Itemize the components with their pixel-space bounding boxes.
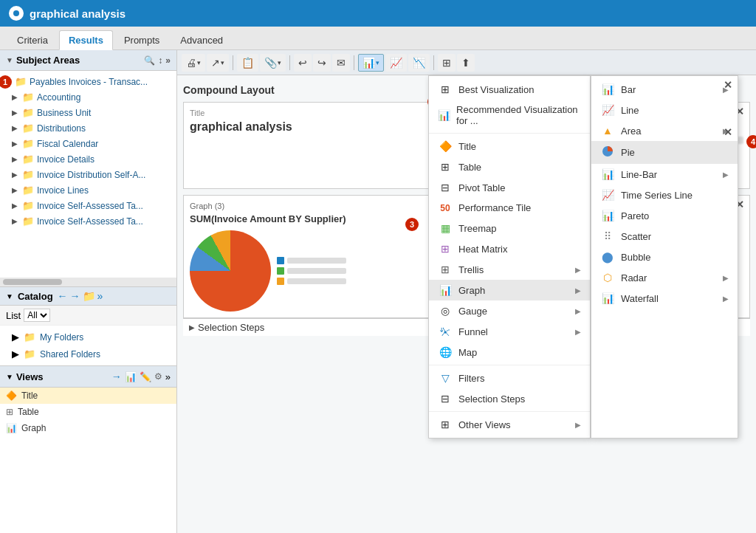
views-item-title[interactable]: 🔶 Title [0, 388, 176, 404]
submenu-scatter[interactable]: ⠿ Scatter [591, 226, 738, 247]
catalog-item-myfolders[interactable]: ▶ 📁 My Folders [0, 329, 176, 345]
tab-results[interactable]: Results [59, 30, 113, 50]
tab-advanced[interactable]: Advanced [171, 30, 233, 49]
submenu-area[interactable]: ▲ Area ▶ [591, 120, 738, 141]
views-edit-icon[interactable]: ✏️ [140, 371, 151, 382]
dropdown-item-trellis[interactable]: ⊞ Trellis ▶ [429, 259, 590, 280]
submenu-radar[interactable]: ⬡ Radar ▶ [591, 267, 738, 288]
dropdown-item-treemap[interactable]: ▦ Treemap [429, 218, 590, 238]
dropdown-item-table[interactable]: ⊞ Table [429, 157, 590, 177]
catalog-back-icon[interactable]: ← [58, 290, 68, 302]
dropdown-item-title[interactable]: 🔶 Title [429, 136, 590, 157]
tree-item-inv-self2[interactable]: ▶ 📁 Invoice Self-Assessed Ta... [0, 213, 176, 229]
catalog-folder-icon[interactable]: 📁 [83, 290, 95, 302]
submenu-close-1[interactable]: ✕ [721, 79, 735, 91]
tree-item-distributions[interactable]: ▶ 📁 Distributions [0, 120, 176, 136]
tree-item-fiscal[interactable]: ▶ 📁 Fiscal Calendar [0, 136, 176, 151]
tree-item-accounting[interactable]: ▶ 📁 Accounting [0, 89, 176, 105]
email-button[interactable]: ✉ [332, 54, 350, 72]
views-item-table[interactable]: ⊞ Table [0, 404, 176, 420]
views-chart-icon[interactable]: 📊 [125, 371, 137, 382]
dropdown-item-funnel[interactable]: ⏧ Funnel ▶ [429, 321, 590, 342]
list-filter-label: List [6, 310, 21, 321]
scroll-thumb [3, 279, 62, 285]
undo-button[interactable]: ↩ [294, 54, 312, 72]
refresh-button[interactable]: 📋 [237, 54, 258, 72]
graph-view-icon: 📊 [6, 423, 17, 433]
subject-areas-label: Subject Areas [16, 55, 80, 66]
submenu-line[interactable]: 📈 Line [591, 100, 738, 120]
graph-submenu: ✕ 📊 Bar ▶ 📈 Line ▲ Area ▶ [591, 75, 738, 439]
submenu-bubble[interactable]: ⬤ Bubble [591, 247, 738, 267]
legend-dot-3 [277, 278, 284, 285]
dropdown-pivot-label: Pivot Table [458, 182, 505, 193]
subject-scrollbar[interactable] [0, 278, 176, 286]
dropdown-item-gauge[interactable]: ◎ Gauge ▶ [429, 300, 590, 321]
dropdown-item-map[interactable]: 🌐 Map [429, 342, 590, 362]
submenu-timeseries[interactable]: 📈 Time Series Line [591, 185, 738, 205]
tree-item-inv-lines[interactable]: ▶ 📁 Invoice Lines [0, 182, 176, 198]
subject-areas-tree: ▶ 📁 Payables Invoices - Transac... 1 ▶ 📁… [0, 71, 176, 278]
timeseries-label: Time Series Line [621, 190, 693, 201]
radar-arrow: ▶ [723, 274, 729, 282]
dropdown-table-label: Table [458, 162, 481, 173]
tab-prompts[interactable]: Prompts [114, 30, 169, 49]
dropdown-item-filters[interactable]: ▽ Filters [429, 368, 590, 388]
myfolders-label: My Folders [40, 332, 83, 343]
collapse-views-icon[interactable]: ▼ [6, 373, 13, 381]
search-subject-icon[interactable]: 🔍 [144, 55, 155, 66]
dropdown-item-perf-tile[interactable]: 50 Performance Tile [429, 198, 590, 218]
dropdown-graph-icon: 📊 [438, 284, 453, 296]
catalog-filter-select[interactable]: All [24, 309, 50, 322]
views-add-icon[interactable]: → [111, 371, 122, 382]
submenu-linebar[interactable]: 📊 Line-Bar ▶ [591, 164, 738, 185]
submenu-close-2[interactable]: ✕ [721, 126, 735, 138]
tab-criteria[interactable]: Criteria [7, 30, 58, 49]
dropdown-item-sel-steps[interactable]: ⊟ Selection Steps [429, 388, 590, 409]
chart-btn2[interactable]: 📈 [385, 54, 407, 72]
dropdown-other-label: Other Views [458, 419, 511, 430]
add-view-dropdown[interactable]: 📎▾ [260, 54, 286, 72]
expand-subject-icon[interactable]: » [165, 55, 171, 66]
dropdown-item-best-vis[interactable]: ⊞ Best Visualization [429, 79, 590, 100]
catalog-item-shared[interactable]: ▶ 📁 Shared Folders [0, 345, 176, 362]
content-area: 🖨▾ ↗▾ 📋 📎▾ ↩ ↪ ✉ 📊▾ 📈 📉 ⊞ ⬆ Compound Lay… [177, 50, 756, 533]
dropdown-item-graph[interactable]: 📊 Graph ▶ [429, 280, 590, 300]
chart-btn3[interactable]: 📉 [408, 54, 430, 72]
views-expand-icon[interactable]: » [165, 371, 171, 382]
expand-sel-steps[interactable]: ▶ [189, 323, 195, 331]
dropdown-item-heat[interactable]: ⊞ Heat Matrix [429, 238, 590, 259]
title-cell-label: title [190, 109, 457, 117]
pie-chart [190, 230, 271, 312]
sort-subject-icon[interactable]: ↕ [158, 55, 162, 66]
views-item-graph[interactable]: 📊 Graph [0, 420, 176, 436]
submenu-waterfall[interactable]: 📊 Waterfall ▶ [591, 288, 738, 309]
root-item-label[interactable]: Payables Invoices - Transac... [30, 77, 148, 87]
export-button[interactable]: ↗▾ [207, 54, 229, 72]
dropdown-item-recommended[interactable]: 📊 Recommended Visualization for ... [429, 100, 590, 131]
tree-item-invoice-details[interactable]: ▶ 📁 Invoice Details [0, 151, 176, 167]
catalog-expand-icon[interactable]: » [97, 290, 103, 302]
views-more-icon[interactable]: ⚙ [154, 371, 162, 382]
toolbar-btn-extra2[interactable]: ⬆ [457, 54, 475, 72]
dropdown-item-pivot[interactable]: ⊟ Pivot Table [429, 177, 590, 198]
collapse-catalog-icon[interactable]: ▼ [6, 292, 13, 300]
legend-dot-2 [277, 267, 284, 275]
catalog-forward-icon[interactable]: → [70, 290, 80, 302]
toolbar-btn-extra1[interactable]: ⊞ [438, 54, 456, 72]
funnel-arrow-icon: ▶ [575, 328, 581, 336]
tree-item-inv-dist[interactable]: ▶ 📁 Invoice Distribution Self-A... [0, 167, 176, 182]
tree-item-inv-self1[interactable]: ▶ 📁 Invoice Self-Assessed Ta... [0, 198, 176, 213]
submenu-pie[interactable]: Pie [591, 141, 738, 164]
redo-button[interactable]: ↪ [313, 54, 331, 72]
chart-type-button[interactable]: 📊▾ [358, 54, 384, 72]
print-button[interactable]: 🖨▾ [182, 54, 205, 72]
subject-areas-tools: 🔍 ↕ » [144, 55, 171, 66]
graph-arrow-icon: ▶ [575, 286, 581, 295]
submenu-bar[interactable]: 📊 Bar ▶ [591, 79, 738, 100]
submenu-pareto[interactable]: 📊 Pareto [591, 205, 738, 226]
collapse-subject-icon[interactable]: ▼ [6, 56, 13, 64]
tree-item-business-unit[interactable]: ▶ 📁 Business Unit [0, 105, 176, 120]
dropdown-item-other[interactable]: ⊞ Other Views ▶ [429, 414, 590, 435]
dropdown-graph-label: Graph [458, 285, 485, 296]
